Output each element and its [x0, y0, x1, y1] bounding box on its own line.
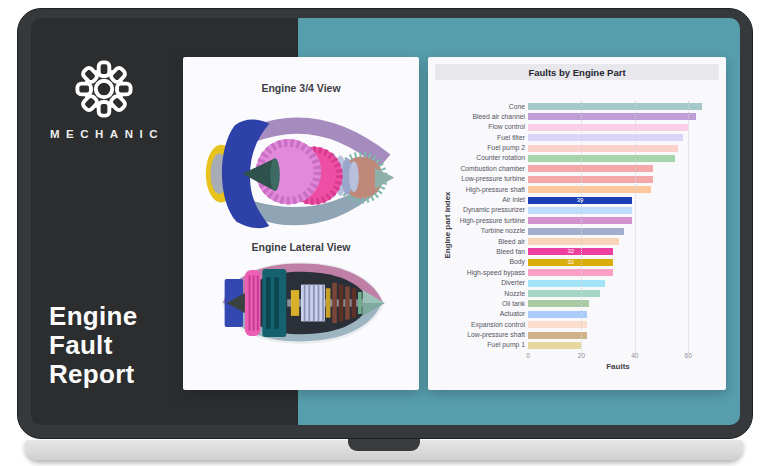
chart-row: Expansion control [434, 321, 718, 328]
chart-category-label: Flow control [434, 123, 528, 131]
chart-row: High-pressure shaft [434, 186, 718, 193]
engine-three-quarter-view-title: Engine 3/4 View [183, 82, 419, 94]
chart-category-label: Low-pressure turbine [434, 175, 528, 183]
chart-row: Low-pressure shaft [434, 332, 718, 339]
chart-row: Low-pressure turbine [434, 176, 718, 183]
chart-category-label: Turbine nozzle [434, 227, 528, 235]
chart-x-axis-label: Faults [528, 362, 708, 371]
chart-row: Counter rotation [434, 155, 718, 162]
chart-bar-value-label: 32 [528, 248, 613, 255]
chart-category-label: Air inlet [434, 196, 528, 204]
chart-bar: 32 [528, 259, 613, 266]
chart-category-label: Body [434, 258, 528, 266]
brand-name: MECHANIC [31, 128, 177, 140]
chart-category-label: High-speed bypass [434, 269, 528, 277]
chart-category-label: Diverter [434, 279, 528, 287]
chart-row: Nozzle [434, 290, 718, 297]
chart-x-tick: 0 [526, 352, 530, 359]
chart-category-label: Fuel pump 1 [434, 341, 528, 349]
chart-bar [528, 134, 683, 141]
chart-row: Fuel pump 2 [434, 145, 718, 152]
chart-rows: ConeBleed air channelFlow controlFuel fi… [434, 103, 718, 349]
report-mockup: MECHANIC Engine Fault Report Engine 3/4 … [0, 0, 768, 466]
report-headline: Engine Fault Report [49, 302, 137, 389]
chart-row: Bleed air [434, 238, 718, 245]
chart-bar [528, 290, 600, 297]
chart-row: Turbine nozzle [434, 228, 718, 235]
chart-bar [528, 321, 587, 328]
chart-category-label: Low-pressure shaft [434, 331, 528, 339]
chart-gridline [635, 101, 636, 353]
chart-bar: 32 [528, 248, 613, 255]
chart-bar: 39 [528, 197, 632, 204]
chart-row: Bleed fan32 [434, 248, 718, 255]
chart-category-label: Combustion chamber [434, 165, 528, 173]
chart-bar [528, 217, 632, 224]
chart-bar [528, 155, 675, 162]
chart-category-label: Fuel filter [434, 134, 528, 142]
chart-category-label: Fuel pump 2 [434, 144, 528, 152]
chart-bar [528, 300, 589, 307]
engine-views-panel: Engine 3/4 View Engine Lateral View [183, 57, 419, 390]
chart-bar-value-label: 32 [528, 259, 613, 266]
chart-category-label: High-pressure shaft [434, 186, 528, 194]
headline-line-3: Report [49, 360, 137, 389]
chart-row: Flow control [434, 124, 718, 131]
chart-bar [528, 145, 678, 152]
chart-category-label: Counter rotation [434, 154, 528, 162]
chart-row: Air inlet39 [434, 197, 718, 204]
engine-three-quarter-view-image [200, 98, 402, 234]
chart-category-label: Oil tank [434, 300, 528, 308]
chart-x-tick: 20 [578, 352, 585, 359]
chart-bar [528, 186, 651, 193]
chart-bar [528, 228, 624, 235]
chart-bar [528, 342, 581, 349]
fault-chart-panel: Faults by Engine Part Engine part index … [428, 57, 726, 390]
engine-lateral-view-title: Engine Lateral View [183, 241, 419, 253]
chart-row: Combustion chamber [434, 165, 718, 172]
chart-bar [528, 207, 632, 214]
chart-row: Cone [434, 103, 718, 110]
chart-x-tick: 60 [685, 352, 692, 359]
gear-icon [75, 60, 133, 118]
laptop-hinge-notch [348, 439, 420, 451]
chart-row: Oil tank [434, 300, 718, 307]
chart-bar-value-label: 39 [528, 197, 632, 204]
chart-row: Body32 [434, 259, 718, 266]
chart-row: High-pressure turbine [434, 217, 718, 224]
chart-category-label: Cone [434, 103, 528, 111]
chart-category-label: Bleed air channel [434, 113, 528, 121]
chart-row: Fuel pump 1 [434, 342, 718, 349]
chart-row: Fuel filter [434, 134, 718, 141]
chart-category-label: Dynamic pressurizer [434, 206, 528, 214]
chart-category-label: Bleed fan [434, 248, 528, 256]
chart-row: Actuator [434, 311, 718, 318]
chart-x-tick: 40 [631, 352, 638, 359]
chart-gridline [581, 101, 582, 353]
chart-bar [528, 280, 605, 287]
headline-line-1: Engine [49, 302, 137, 331]
chart-bar [528, 269, 613, 276]
chart-row: Dynamic pressurizer [434, 207, 718, 214]
brand-block: MECHANIC [31, 18, 177, 140]
chart-row: Bleed air channel [434, 113, 718, 120]
headline-line-2: Fault [49, 331, 137, 360]
chart-title: Faults by Engine Part [435, 64, 719, 80]
chart-category-label: Expansion control [434, 321, 528, 329]
chart-category-label: Actuator [434, 310, 528, 318]
chart-bar [528, 103, 702, 110]
chart-gridline [688, 101, 689, 353]
engine-lateral-view-image [210, 257, 392, 349]
chart-bar [528, 238, 619, 245]
chart-bar [528, 113, 696, 120]
chart-bar [528, 311, 587, 318]
chart-bar [528, 332, 587, 339]
chart-category-label: Nozzle [434, 290, 528, 298]
chart-category-label: High-pressure turbine [434, 217, 528, 225]
chart-row: Diverter [434, 280, 718, 287]
chart-category-label: Bleed air [434, 238, 528, 246]
chart-row: High-speed bypass [434, 269, 718, 276]
chart-bar [528, 124, 688, 131]
